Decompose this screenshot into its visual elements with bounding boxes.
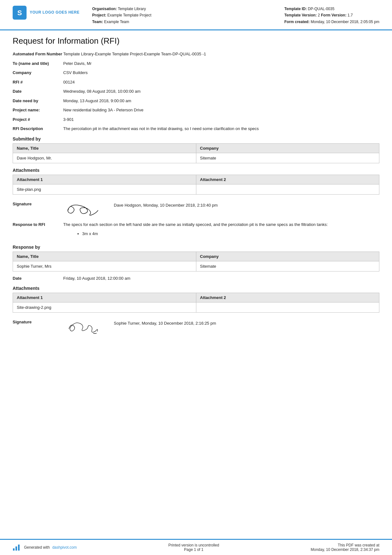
org-line: Organisation: Template Library: [92, 6, 285, 12]
rfi-desc-label: RFI Description: [13, 126, 63, 132]
form-version-label: Form Version:: [321, 13, 346, 17]
submitted-by-company: Sitemate: [196, 153, 379, 163]
footer-right: This PDF was created at Monday, 10 Decem…: [311, 543, 379, 552]
attachments2-row: Site-drawing-2.png: [13, 302, 379, 313]
template-version-label: Template Version:: [284, 13, 316, 17]
signature2-image: [63, 316, 107, 336]
template-id-label: Template ID:: [284, 7, 307, 11]
signature1-text: Dave Hodgson, Monday, 10 December 2018, …: [114, 198, 218, 208]
submitted-by-row: Dave Hodgson, Mr. Sitemate: [13, 153, 379, 163]
header-meta-left: Organisation: Template Library Project: …: [92, 6, 285, 25]
att2-col1-header: Attachment 1: [13, 293, 196, 302]
main-content: Request for Information (RFI) Automated …: [0, 30, 392, 539]
form-version-value: 1.7: [347, 13, 353, 17]
footer-link[interactable]: dashpivot.com: [52, 545, 77, 550]
project-number-row: Project # 3-901: [13, 116, 379, 123]
response-by-company: Sitemate: [196, 261, 379, 271]
date-need-by-row: Date need by Monday, 13 August 2018, 9:0…: [13, 98, 379, 104]
att1-value1: Site-plan.png: [13, 184, 196, 194]
header: S YOUR LOGO GOES HERE Organisation: Temp…: [0, 0, 392, 30]
rfi-desc-row: RFI Description The percolation pit in t…: [13, 126, 379, 132]
response-date-label: Date: [13, 275, 63, 282]
svg-text:S: S: [17, 9, 22, 17]
date-need-by-label: Date need by: [13, 98, 63, 104]
footer-left: Generated with dashpivot.com: [13, 544, 77, 551]
header-meta-right: Template ID: DP-QUAL-0035 Template Versi…: [284, 6, 379, 25]
submitted-by-table: Name, Title Company Dave Hodgson, Mr. Si…: [13, 143, 379, 163]
signature1-row: Signature Dave Hodgson, Monday, 10 Decem…: [13, 198, 379, 218]
logo-area: S YOUR LOGO GOES HERE: [13, 6, 80, 20]
to-row: To (name and title) Peter Davis, Mr: [13, 60, 379, 67]
att2-col2-header: Attachment 2: [196, 293, 379, 302]
submitted-by-name: Dave Hodgson, Mr.: [13, 153, 196, 163]
signature1-svg: [63, 198, 104, 217]
rfi-desc-value: The percolation pit in the attachment wa…: [63, 126, 379, 132]
submitted-by-title: Submitted by: [13, 136, 379, 141]
svg-rect-2: [13, 548, 15, 551]
signature2-label: Signature: [13, 316, 63, 324]
att1-value2: [196, 184, 379, 194]
signature2-svg: [63, 316, 104, 335]
to-value: Peter Davis, Mr: [63, 60, 379, 67]
team-label: Team:: [92, 20, 103, 24]
att2-value1: Site-drawing-2.png: [13, 302, 196, 313]
response-by-title: Response by: [13, 245, 379, 250]
page: S YOUR LOGO GOES HERE Organisation: Temp…: [0, 0, 392, 555]
response-by-col2-header: Company: [196, 252, 379, 261]
att1-col2-header: Attachment 2: [196, 175, 379, 184]
project-name-label: Project name:: [13, 107, 63, 113]
page-title: Request for Information (RFI): [13, 36, 379, 46]
response-label: Response to RFI: [13, 221, 63, 228]
org-label: Organisation:: [92, 7, 117, 11]
rfi-number-value: 00124: [63, 79, 379, 85]
attachments1-table: Attachment 1 Attachment 2 Site-plan.png: [13, 175, 379, 195]
footer-pdf-created: This PDF was created at: [311, 543, 379, 547]
project-name-value: New residential building 3A - Peterson D…: [63, 107, 379, 113]
project-number-value: 3-901: [63, 116, 379, 123]
project-number-label: Project #: [13, 116, 63, 123]
attachments2-table: Attachment 1 Attachment 2 Site-drawing-2…: [13, 293, 379, 313]
company-label: Company: [13, 70, 63, 76]
template-version-value: 2: [318, 13, 320, 17]
footer-uncontrolled: Printed version is uncontrolled: [168, 543, 219, 547]
project-line: Project: Example Template Project: [92, 12, 285, 18]
project-value: Example Template Project: [107, 13, 151, 17]
dashpivot-icon: [13, 544, 21, 551]
svg-rect-4: [18, 545, 20, 551]
auto-form-number-label: Automated Form Number: [13, 51, 63, 57]
date-row: Date Wednesday, 08 August 2018, 10:00:00…: [13, 88, 379, 95]
form-created-label: Form created:: [284, 20, 309, 24]
form-created-value: Monday, 10 December 2018, 2:05:05 pm: [311, 20, 379, 24]
response-row: Response to RFI The specs for each secti…: [13, 221, 379, 240]
org-value: Template Library: [118, 7, 146, 11]
date-value: Wednesday, 08 August 2018, 10:00:00 am: [63, 88, 379, 95]
response-by-row: Sophie Turner, Mrs Sitemate: [13, 261, 379, 271]
project-name-row: Project name: New residential building 3…: [13, 107, 379, 113]
response-date-row: Date Friday, 10 August 2018, 12:00:00 am: [13, 275, 379, 282]
att2-value2: [196, 302, 379, 313]
signature2-row: Signature Sophie Turner, Monday, 10 Dece…: [13, 316, 379, 336]
rfi-number-row: RFI # 00124: [13, 79, 379, 85]
response-bullet-list: 3m x 4m: [82, 231, 379, 237]
team-value: Example Team: [104, 20, 129, 24]
submitted-by-col1-header: Name, Title: [13, 143, 196, 153]
response-by-col1-header: Name, Title: [13, 252, 196, 261]
footer-center: Printed version is uncontrolled Page 1 o…: [168, 543, 219, 552]
auto-form-number-row: Automated Form Number Template Library-E…: [13, 51, 379, 57]
date-label: Date: [13, 88, 63, 95]
template-id-line: Template ID: DP-QUAL-0035: [284, 6, 379, 12]
attachments1-title: Attachments: [13, 168, 379, 173]
rfi-number-label: RFI #: [13, 79, 63, 85]
signature1-label: Signature: [13, 198, 63, 206]
signature2-text: Sophie Turner, Monday, 10 December 2018,…: [114, 316, 216, 326]
response-text: The specs for each section on the left h…: [63, 222, 328, 227]
auto-form-number-value: Template Library-Example Template Projec…: [63, 51, 379, 57]
footer: Generated with dashpivot.com Printed ver…: [0, 539, 392, 555]
footer-generated-text: Generated with: [24, 545, 50, 550]
form-created-line: Form created: Monday, 10 December 2018, …: [284, 19, 379, 25]
response-bullet-item: 3m x 4m: [82, 231, 379, 237]
response-by-table: Name, Title Company Sophie Turner, Mrs S…: [13, 252, 379, 271]
template-id-value: DP-QUAL-0035: [308, 7, 334, 11]
attachments1-row: Site-plan.png: [13, 184, 379, 194]
footer-page: Page 1 of 1: [168, 547, 219, 552]
